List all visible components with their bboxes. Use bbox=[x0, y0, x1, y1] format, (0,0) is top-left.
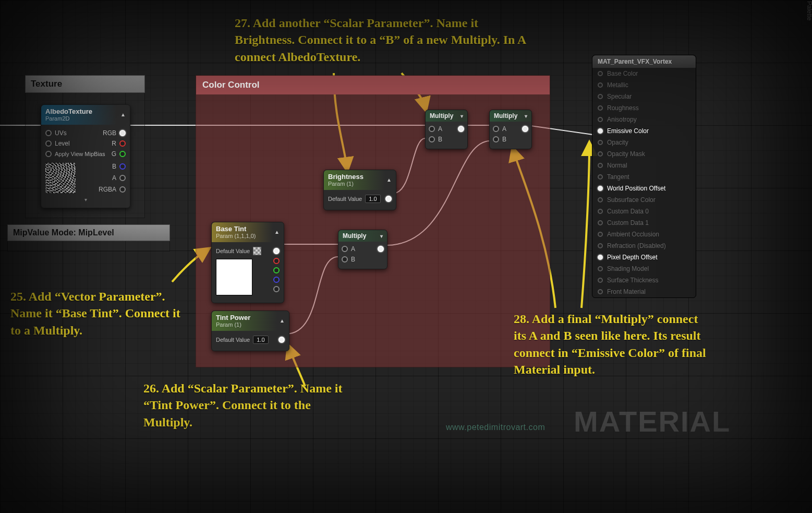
node-title: AlbedoTexture bbox=[45, 108, 92, 115]
material-output-node[interactable]: MAT_Parent_VFX_Vortex Base ColorMetallic… bbox=[592, 55, 696, 298]
watermark-text: MATERIAL bbox=[574, 404, 731, 438]
chevron-down-icon[interactable]: ▾ bbox=[380, 233, 383, 239]
chevron-up-icon[interactable]: ▲ bbox=[120, 112, 126, 117]
node-multiply-2[interactable]: Multiply ▾ A B bbox=[489, 110, 532, 149]
material-pin-base-color[interactable]: Base Color bbox=[592, 68, 696, 79]
node-tint-power[interactable]: Tint Power Param (1) ▲ Default Value 1.0 bbox=[211, 311, 289, 351]
pin-b[interactable] bbox=[493, 136, 499, 142]
node-title: Brightness bbox=[328, 173, 363, 181]
node-multiply-3[interactable]: Multiply ▾ A B bbox=[338, 230, 387, 269]
pin-r[interactable] bbox=[273, 258, 280, 264]
node-subtitle: Param2D bbox=[45, 115, 92, 122]
pin-a[interactable] bbox=[119, 175, 126, 181]
material-pin-shading-model[interactable]: Shading Model bbox=[592, 263, 696, 275]
pin-out[interactable] bbox=[278, 337, 285, 343]
node-multiply-1[interactable]: Multiply ▾ A B bbox=[425, 110, 468, 149]
node-base-tint[interactable]: Base Tint Param (1,1,1,0) ▲ Default Valu… bbox=[211, 222, 284, 303]
material-pin-anisotropy[interactable]: Anisotropy bbox=[592, 114, 696, 125]
material-pin-subsurface-color[interactable]: Subsurface Color bbox=[592, 194, 696, 206]
node-brightness[interactable]: Brightness Param (1) ▲ Default Value 1.0 bbox=[323, 170, 396, 210]
pin-out-rgb[interactable] bbox=[273, 248, 280, 254]
pin-a[interactable] bbox=[273, 286, 280, 292]
material-pin-world-position-offset[interactable]: World Position Offset bbox=[592, 183, 696, 194]
credits-link[interactable]: www.petedimitrovart.com bbox=[446, 423, 545, 432]
chevron-up-icon[interactable]: ▲ bbox=[274, 229, 280, 235]
comment-color-control-header[interactable]: Color Control bbox=[196, 76, 550, 94]
palette-tab[interactable]: Palette bbox=[806, 1, 812, 20]
comment-texture-header[interactable]: Texture bbox=[25, 75, 145, 93]
pin-out[interactable] bbox=[522, 126, 528, 132]
pin-g[interactable] bbox=[119, 151, 126, 157]
pin-r[interactable] bbox=[119, 140, 126, 147]
annotation-28: 28. Add a final “Multiply” connect its A… bbox=[514, 311, 707, 378]
chevron-down-icon[interactable]: ▾ bbox=[45, 197, 126, 202]
pin-b[interactable] bbox=[273, 277, 280, 283]
node-title: Base Tint bbox=[216, 225, 246, 233]
material-pin-specular[interactable]: Specular bbox=[592, 91, 696, 102]
chevron-up-icon[interactable]: ▲ bbox=[386, 177, 392, 183]
comment-mip-header[interactable]: MipValue Mode: MipLevel bbox=[7, 224, 170, 241]
material-pin-roughness[interactable]: Roughness bbox=[592, 102, 696, 114]
material-pin-opacity[interactable]: Opacity bbox=[592, 137, 696, 148]
annotation-27: 27. Add another “Scalar Parameter”. Name… bbox=[235, 15, 527, 65]
pin-a[interactable] bbox=[493, 126, 499, 132]
pin-rgb[interactable] bbox=[119, 130, 126, 136]
chevron-down-icon[interactable]: ▾ bbox=[525, 113, 527, 119]
pin-out[interactable] bbox=[385, 196, 392, 202]
pin-a[interactable] bbox=[429, 126, 435, 132]
pin-b[interactable] bbox=[429, 136, 435, 142]
material-output-title: MAT_Parent_VFX_Vortex bbox=[592, 55, 696, 68]
pin-out[interactable] bbox=[378, 246, 384, 252]
material-pin-surface-thickness[interactable]: Surface Thickness bbox=[592, 275, 696, 286]
chevron-up-icon[interactable]: ▲ bbox=[280, 318, 285, 324]
node-subtitle: Param (1,1,1,0) bbox=[216, 233, 256, 239]
pin-uvs[interactable] bbox=[45, 130, 52, 136]
material-pin-emissive-color[interactable]: Emissive Color bbox=[592, 125, 696, 137]
pin-level[interactable] bbox=[45, 140, 52, 147]
pin-rgba[interactable] bbox=[119, 186, 126, 193]
color-swatch-input[interactable] bbox=[253, 247, 261, 255]
pin-b[interactable] bbox=[342, 256, 348, 263]
node-title: Tint Power bbox=[216, 314, 250, 321]
pin-b[interactable] bbox=[119, 163, 126, 170]
annotation-26: 26. Add “Scalar Parameter”. Name it “Tin… bbox=[143, 380, 347, 431]
material-pin-tangent[interactable]: Tangent bbox=[592, 171, 696, 183]
annotation-25: 25. Add “Vector Parameter”. Name it “Bas… bbox=[10, 288, 193, 339]
node-subtitle: Param (1) bbox=[216, 321, 250, 328]
pin-out[interactable] bbox=[458, 126, 464, 132]
brightness-value-input[interactable]: 1.0 bbox=[365, 195, 380, 203]
color-preview bbox=[216, 259, 252, 295]
material-pin-normal[interactable]: Normal bbox=[592, 160, 696, 171]
node-subtitle: Param (1) bbox=[328, 181, 363, 187]
material-pin-metallic[interactable]: Metallic bbox=[592, 79, 696, 91]
pin-a[interactable] bbox=[342, 246, 348, 252]
node-albedo-texture[interactable]: AlbedoTexture Param2D ▲ UVs RGB Level R … bbox=[41, 104, 130, 208]
pin-mipbias[interactable] bbox=[45, 151, 52, 157]
material-pin-front-material[interactable]: Front Material bbox=[592, 286, 696, 297]
material-pin-opacity-mask[interactable]: Opacity Mask bbox=[592, 148, 696, 160]
material-pin-refraction-disabled-[interactable]: Refraction (Disabled) bbox=[592, 240, 696, 252]
material-pin-pixel-depth-offset[interactable]: Pixel Depth Offset bbox=[592, 252, 696, 263]
tintpower-value-input[interactable]: 1.0 bbox=[253, 336, 268, 344]
material-pin-ambient-occlusion[interactable]: Ambient Occlusion bbox=[592, 229, 696, 240]
material-pin-custom-data-1[interactable]: Custom Data 1 bbox=[592, 217, 696, 229]
pin-g[interactable] bbox=[273, 267, 280, 273]
material-pin-custom-data-0[interactable]: Custom Data 0 bbox=[592, 206, 696, 217]
texture-preview bbox=[45, 163, 76, 193]
chevron-down-icon[interactable]: ▾ bbox=[460, 113, 463, 119]
